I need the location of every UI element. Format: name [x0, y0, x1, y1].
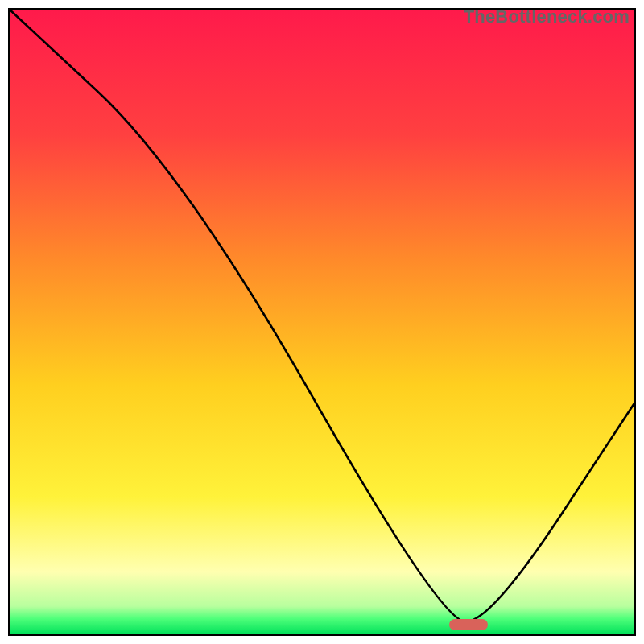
plot-frame: TheBottleneck.com	[8, 8, 636, 636]
watermark-text: TheBottleneck.com	[464, 6, 630, 27]
optimal-marker	[449, 619, 488, 630]
bottleneck-curve	[10, 10, 634, 634]
